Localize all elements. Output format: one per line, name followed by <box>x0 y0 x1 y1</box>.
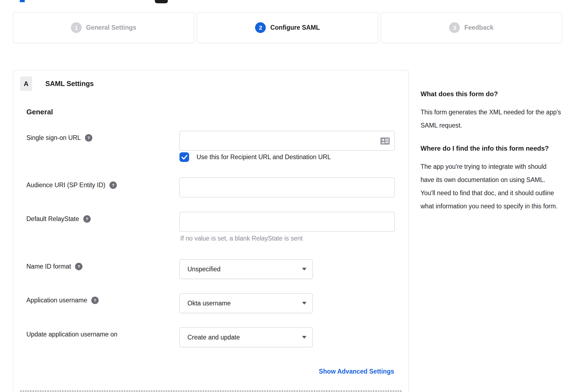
help-icon[interactable]: ? <box>85 134 92 142</box>
default-relaystate-label: Default RelayState ? <box>26 215 91 223</box>
step-configure-saml[interactable]: 2 Configure SAML <box>197 12 378 43</box>
wizard-stepper: 1 General Settings 2 Configure SAML 3 Fe… <box>13 12 562 43</box>
relaystate-hint: If no value is set, a blank RelayState i… <box>180 235 303 242</box>
select-value: Okta username <box>187 300 231 307</box>
help-icon[interactable]: ? <box>75 263 82 270</box>
field-label-text: Application username <box>26 297 87 304</box>
help-body-2: The app you're trying to integrate with … <box>421 160 561 213</box>
page-heading-fragment <box>155 0 168 3</box>
panel-title: SAML Settings <box>45 80 94 88</box>
default-relaystate-input[interactable] <box>180 212 394 231</box>
help-icon[interactable]: ? <box>83 215 91 223</box>
help-body-1: This form generates the XML needed for t… <box>421 106 561 132</box>
field-label-text: Audience URI (SP Entity ID) <box>26 181 105 189</box>
help-heading-2: Where do I find the info this form needs… <box>421 144 561 153</box>
name-id-format-select[interactable]: Unspecified <box>179 259 313 279</box>
logo-fragment <box>20 0 25 2</box>
audience-uri-input[interactable] <box>180 178 394 197</box>
select-value: Create and update <box>187 334 240 341</box>
audience-uri-label: Audience URI (SP Entity ID) ? <box>26 181 117 189</box>
saml-settings-panel: A SAML Settings General Single sign-on U… <box>13 70 409 392</box>
general-section-title: General <box>26 108 53 116</box>
section-a-badge: A <box>20 76 32 91</box>
step-general-settings[interactable]: 1 General Settings <box>13 12 194 43</box>
field-label-text: Single sign-on URL <box>26 134 81 142</box>
use-for-recipient-url-checkbox[interactable] <box>179 152 189 162</box>
update-username-on-select[interactable]: Create and update <box>179 327 313 347</box>
contact-card-icon[interactable] <box>380 137 390 145</box>
select-value: Unspecified <box>187 266 220 273</box>
help-icon[interactable]: ? <box>91 297 99 304</box>
application-username-select[interactable]: Okta username <box>179 293 313 313</box>
checkbox-label: Use this for Recipient URL and Destinati… <box>197 153 331 161</box>
field-label-text: Update application username on <box>26 331 117 338</box>
help-sidebar: What does this form do? This form genera… <box>421 90 561 225</box>
single-sign-on-url-label: Single sign-on URL ? <box>26 134 92 142</box>
step-number-badge: 2 <box>255 22 266 33</box>
panel-header: A SAML Settings <box>20 76 94 91</box>
single-sign-on-url-input[interactable] <box>180 131 394 150</box>
help-icon[interactable]: ? <box>109 181 117 189</box>
show-advanced-settings-link[interactable]: Show Advanced Settings <box>319 368 394 375</box>
checkmark-icon <box>181 155 187 160</box>
recipient-url-checkbox-row: Use this for Recipient URL and Destinati… <box>179 152 331 162</box>
step-number-badge: 1 <box>71 22 82 33</box>
section-dashed-divider <box>20 391 402 391</box>
help-heading-1: What does this form do? <box>421 90 561 98</box>
caret-down-icon <box>302 336 306 339</box>
field-label-text: Name ID format <box>26 263 71 270</box>
audience-uri-field <box>179 178 395 197</box>
name-id-format-label: Name ID format ? <box>26 263 82 270</box>
step-number-badge: 3 <box>449 22 460 33</box>
step-label: Feedback <box>464 24 493 31</box>
step-label: Configure SAML <box>270 24 320 31</box>
step-feedback[interactable]: 3 Feedback <box>381 12 562 43</box>
application-username-label: Application username ? <box>26 297 99 304</box>
update-username-on-label: Update application username on <box>26 331 117 338</box>
single-sign-on-url-field <box>179 131 395 151</box>
field-label-text: Default RelayState <box>26 215 79 223</box>
caret-down-icon <box>302 302 306 305</box>
caret-down-icon <box>302 268 306 270</box>
step-label: General Settings <box>86 24 136 31</box>
default-relaystate-field <box>179 212 395 232</box>
